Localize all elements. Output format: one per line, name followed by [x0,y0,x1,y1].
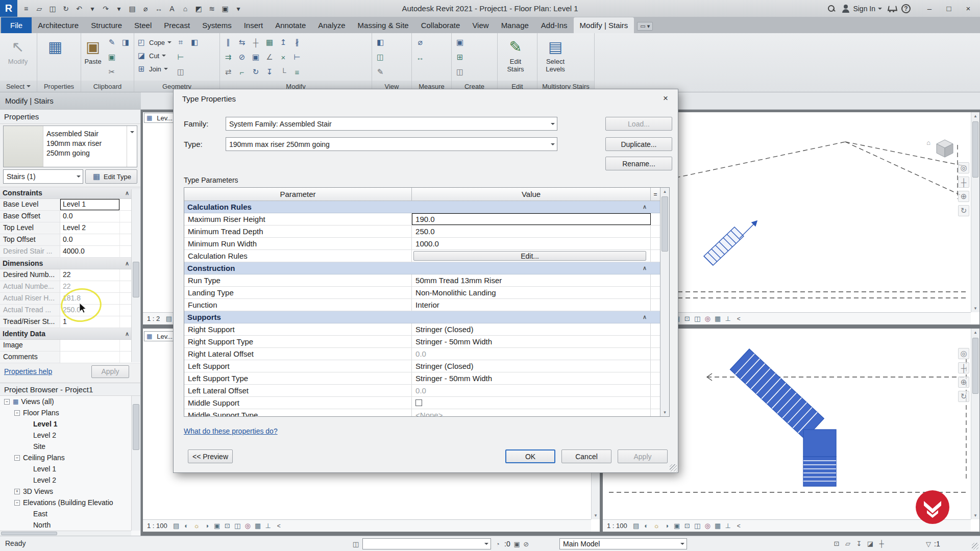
trim-corner-icon[interactable]: └ [278,67,288,77]
match-type-properties-icon[interactable]: ✎ [107,37,117,47]
zoom-icon[interactable]: ⊕ [958,191,969,202]
scroll-down-icon[interactable]: ▾ [971,305,979,312]
array-icon[interactable]: ▦ [264,37,275,47]
open-icon[interactable]: ▱ [33,3,45,15]
scroll-thumb[interactable] [972,121,978,178]
param-value[interactable]: Stringer (Closed) [412,360,651,372]
ribbon-tab-annotate[interactable]: Annotate [269,17,312,33]
param-value[interactable]: Stringer - 50mm Width [412,336,651,347]
close-button[interactable]: × [959,0,978,17]
temporary-hide-isolate-icon[interactable]: ◫ [233,521,242,530]
view-scale-button[interactable]: 1 : 100 [607,522,627,530]
revit-logo[interactable]: R [0,0,17,17]
ribbon-tab-file[interactable]: File [1,17,32,33]
paint-icon[interactable]: ◧ [189,37,200,47]
editing-requests-icon[interactable]: ◔ [493,539,502,548]
trim-extend-icon[interactable]: ⌐ [237,67,247,77]
property-value[interactable]: 0.0 [60,234,119,245]
tree-item-elevations-building-elevatio[interactable]: −Elevations (Building Elevatio [0,497,131,508]
ribbon-tab-insert[interactable]: Insert [238,17,270,33]
param-value[interactable]: 0.0 [412,348,651,360]
show-crop-icon[interactable]: ⊡ [683,314,692,323]
active-workset-dropdown[interactable] [362,538,491,549]
crop-region-icon[interactable]: ▣ [213,521,222,530]
cope-menu[interactable]: ◰Cope [136,37,172,48]
properties-scrollbar[interactable] [131,189,140,362]
view-scale-button[interactable]: 1 : 2 [147,315,160,322]
pan-icon[interactable]: ┼ [958,177,969,188]
cut-to-clipboard-icon[interactable]: ✂ [107,67,117,77]
tree-item-east[interactable]: East [0,508,131,519]
show-constraints-icon[interactable]: ⊥ [724,314,732,323]
section-icon[interactable]: ◩ [192,3,205,15]
param-section-construction[interactable]: Construction∧ [184,262,660,274]
ribbon-tab-view[interactable]: View [466,17,495,33]
detail-level-icon[interactable]: ▤ [632,521,641,530]
collapse-section-icon[interactable]: ∧ [643,204,647,210]
preview-button[interactable]: << Preview [188,449,233,463]
switch-windows-icon[interactable]: ▣ [219,3,231,15]
ribbon-tab-manage[interactable]: Manage [495,17,535,33]
design-options-icon[interactable]: ▣ [512,539,522,548]
tree-item-level-1[interactable]: Level 1 [0,463,131,474]
scroll-down-icon[interactable]: ▾ [971,512,979,519]
ribbon-tab-precast[interactable]: Precast [158,17,196,33]
select-levels-button[interactable]: ▤Select Levels [538,35,572,73]
split-with-gap-icon[interactable]: ∦ [292,37,302,47]
ok-button[interactable]: OK [505,449,555,463]
element-filter-dropdown[interactable]: Stairs (1) [3,169,83,184]
vertical-scrollbar[interactable]: ▴▾ [971,112,979,312]
scroll-thumb[interactable] [662,196,668,252]
search-icon[interactable] [827,4,836,13]
rename-button[interactable]: Rename... [605,157,672,170]
temporary-hide-isolate-icon[interactable]: ◫ [693,521,702,530]
join-menu[interactable]: ⊞Join [136,63,172,74]
hide-elements-icon[interactable]: ◫ [375,52,385,62]
edit-stairs-button[interactable]: ✎Edit Stairs [499,35,532,73]
show-crop-icon[interactable]: ⊡ [683,521,692,530]
beam-joins-icon[interactable]: ⊢ [176,52,186,62]
property-value[interactable]: 0.0 [60,211,119,222]
select-links-icon[interactable]: ⊡ [832,539,841,548]
text-icon[interactable]: A [166,3,178,15]
tree-item-site[interactable]: Site [0,441,131,452]
detail-level-icon[interactable]: ▤ [164,314,173,323]
property-value[interactable]: 4000.0 [60,246,119,257]
scale-icon[interactable]: ∠ [264,52,275,62]
param-value[interactable]: Stringer (Closed) [412,323,651,335]
middle-support-checkbox[interactable] [415,399,422,406]
split-face-icon[interactable]: ◫ [176,67,186,77]
scroll-up-icon[interactable]: ▴ [971,112,979,120]
measure-icon[interactable]: ⌀ [139,3,152,15]
param-value[interactable]: 1000.0 [412,238,651,249]
sun-path-icon[interactable]: ☼ [652,521,661,530]
cancel-button[interactable]: Cancel [561,449,611,463]
apply-button[interactable]: Apply [91,365,129,378]
property-value[interactable]: Level 1 [60,199,119,210]
param-value[interactable]: 0.0 [412,385,651,396]
show-crop-icon[interactable]: ⊡ [223,521,232,530]
crop-region-icon[interactable]: ▣ [673,521,681,530]
collapse-bar-icon[interactable]: < [737,315,741,322]
collapse-section-icon[interactable]: ∧ [643,265,647,271]
shadows-icon[interactable]: ◑ [203,521,211,530]
temporary-view-properties-icon[interactable]: ▦ [254,521,262,530]
properties-help-link[interactable]: Properties help [4,367,52,375]
aligned-dimension-icon[interactable]: ↔ [415,52,425,62]
select-by-face-icon[interactable]: ◪ [866,539,875,548]
expand-icon[interactable]: + [14,489,20,494]
save-icon[interactable]: ◫ [46,3,59,15]
reveal-hidden-elements-icon[interactable]: ◎ [703,521,712,530]
ribbon-tab-massing-site[interactable]: Massing & Site [352,17,415,33]
create-group-icon[interactable]: ▣ [455,37,465,47]
visual-style-icon[interactable]: ◐ [642,521,651,530]
dialog-title[interactable]: Type Properties [174,89,678,108]
default-3d-view-icon[interactable]: ⌂ [179,3,191,15]
orbit-icon[interactable]: ↻ [958,391,969,402]
param-value[interactable]: <None> [412,409,651,416]
show-constraints-icon[interactable]: ⊥ [264,521,273,530]
dialog-close-icon[interactable]: × [657,92,674,105]
collapse-bar-icon[interactable]: < [277,522,281,530]
tree-item-north[interactable]: North [0,519,131,531]
wall-joins-icon[interactable]: ⌗ [176,37,186,47]
